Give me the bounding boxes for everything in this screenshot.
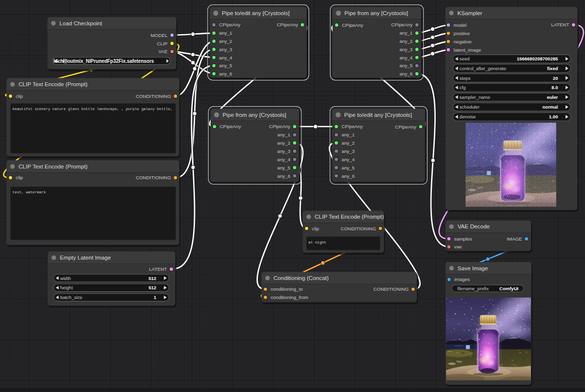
svg-text:latent_image: latent_image bbox=[454, 47, 482, 53]
svg-text:batch_size: batch_size bbox=[60, 295, 82, 300]
svg-text:sampler_name: sampler_name bbox=[460, 94, 490, 100]
svg-text:any_2: any_2 bbox=[399, 38, 412, 44]
svg-text:Pipe to/edit any [Crystools]: Pipe to/edit any [Crystools] bbox=[344, 112, 412, 118]
svg-text:LATENT: LATENT bbox=[551, 22, 569, 27]
svg-text:any_4: any_4 bbox=[277, 157, 291, 162]
svg-text:any_2: any_2 bbox=[342, 140, 355, 146]
svg-text:negative: negative bbox=[454, 39, 472, 44]
svg-text:model: model bbox=[454, 22, 467, 28]
svg-text:Empty Latent Image: Empty Latent Image bbox=[60, 254, 111, 261]
svg-text:any_4: any_4 bbox=[342, 157, 355, 162]
svg-text:fixed: fixed bbox=[547, 66, 558, 71]
svg-text:Load Checkpoint: Load Checkpoint bbox=[59, 20, 102, 26]
svg-text:clip: clip bbox=[16, 93, 23, 99]
svg-text:CLIP Text Encode (Prompt): CLIP Text Encode (Prompt) bbox=[315, 213, 384, 220]
svg-text:CPipeAny: CPipeAny bbox=[342, 124, 363, 129]
svg-text:Pipe from any [Crystools]: Pipe from any [Crystools] bbox=[223, 112, 287, 118]
svg-text:Pipe to/edit any [Crystools]: Pipe to/edit any [Crystools] bbox=[222, 10, 290, 16]
svg-text:any_6: any_6 bbox=[277, 173, 291, 179]
svg-text:any_3: any_3 bbox=[399, 47, 412, 52]
svg-text:normal: normal bbox=[543, 104, 558, 110]
svg-text:denoise: denoise bbox=[460, 114, 476, 119]
svg-text:clip: clip bbox=[16, 175, 23, 180]
svg-text:CLIP: CLIP bbox=[157, 41, 168, 46]
svg-text:euler: euler bbox=[547, 94, 558, 100]
svg-text:conditioning_from: conditioning_from bbox=[271, 295, 308, 300]
svg-text:cfg: cfg bbox=[460, 85, 466, 90]
svg-text:8.0: 8.0 bbox=[551, 85, 558, 90]
svg-text:LATENT: LATENT bbox=[149, 266, 167, 272]
svg-text:Conditioning (Concat): Conditioning (Concat) bbox=[273, 275, 329, 281]
svg-text:CONDITIONING: CONDITIONING bbox=[341, 226, 376, 231]
svg-text:vae: vae bbox=[454, 244, 462, 249]
svg-text:any_5: any_5 bbox=[219, 63, 233, 68]
svg-text:positive: positive bbox=[454, 31, 470, 36]
svg-text:1: 1 bbox=[154, 295, 156, 300]
svg-text:images: images bbox=[454, 277, 470, 282]
svg-text:clip: clip bbox=[312, 226, 319, 231]
svg-text:height: height bbox=[60, 285, 73, 290]
svg-text:control_after_generate: control_after_generate bbox=[460, 66, 507, 71]
svg-text:CPipeAny: CPipeAny bbox=[277, 22, 298, 27]
svg-text:CONDITIONING: CONDITIONING bbox=[373, 286, 409, 292]
svg-text:CONDITIONING: CONDITIONING bbox=[136, 175, 171, 180]
svg-text:at night: at night bbox=[309, 241, 326, 244]
svg-text:ComfyUI: ComfyUI bbox=[499, 286, 518, 291]
svg-text:20: 20 bbox=[553, 75, 558, 81]
svg-text:any_2: any_2 bbox=[277, 140, 291, 146]
svg-text:width: width bbox=[59, 276, 71, 281]
svg-text:filename_prefix: filename_prefix bbox=[457, 286, 489, 291]
svg-text:steps: steps bbox=[460, 75, 471, 81]
svg-text:conditioning_to: conditioning_to bbox=[271, 286, 303, 292]
svg-text:512: 512 bbox=[149, 276, 156, 281]
svg-text:any_6: any_6 bbox=[342, 173, 355, 179]
svg-text:Save Image: Save Image bbox=[458, 265, 488, 271]
svg-text:Pipe from any [Crystools]: Pipe from any [Crystools] bbox=[345, 10, 409, 16]
svg-text:IMAGE: IMAGE bbox=[507, 236, 522, 242]
svg-text:any_1: any_1 bbox=[277, 132, 291, 137]
svg-text:1566680208700285: 1566680208700285 bbox=[517, 56, 558, 61]
svg-text:CLIP Text Encode (Prompt): CLIP Text Encode (Prompt) bbox=[19, 163, 88, 169]
svg-text:any_5: any_5 bbox=[277, 165, 291, 170]
svg-text:any_1: any_1 bbox=[219, 30, 233, 36]
svg-text:VAE Decode: VAE Decode bbox=[457, 223, 489, 229]
svg-text:CPipeAny: CPipeAny bbox=[269, 124, 291, 129]
svg-text:text, watermark: text, watermark bbox=[13, 190, 46, 194]
svg-text:seed: seed bbox=[460, 56, 470, 61]
svg-text:CPipeAny: CPipeAny bbox=[342, 22, 363, 28]
svg-text:MODEL: MODEL bbox=[151, 33, 168, 38]
svg-text:scheduler: scheduler bbox=[460, 104, 480, 110]
svg-text:any_6: any_6 bbox=[219, 71, 233, 76]
svg-text:KSampler: KSampler bbox=[457, 10, 482, 16]
svg-text:CLIP Text Encode (Prompt): CLIP Text Encode (Prompt) bbox=[19, 81, 88, 87]
svg-text:beautiful scenery nature glass: beautiful scenery nature glass bottle la… bbox=[13, 107, 173, 111]
svg-text:1.00: 1.00 bbox=[549, 114, 558, 119]
svg-text:any_3: any_3 bbox=[219, 47, 233, 52]
svg-text:any_5: any_5 bbox=[342, 165, 355, 170]
svg-text:CONDITIONING: CONDITIONING bbox=[136, 93, 171, 99]
svg-text:any_4: any_4 bbox=[219, 55, 233, 60]
svg-text:any_3: any_3 bbox=[277, 149, 291, 154]
svg-text:CPipeAny: CPipeAny bbox=[219, 22, 241, 27]
svg-text:any_3: any_3 bbox=[342, 149, 355, 154]
svg-text:any_1: any_1 bbox=[399, 30, 412, 36]
svg-text:any_6: any_6 bbox=[399, 71, 412, 76]
svg-text:any_1: any_1 bbox=[342, 132, 355, 137]
svg-text:any_2: any_2 bbox=[219, 38, 233, 44]
svg-text:any_5: any_5 bbox=[399, 63, 412, 68]
svg-text:any_4: any_4 bbox=[399, 55, 412, 60]
svg-text:samples: samples bbox=[454, 236, 472, 242]
svg-text:VAE: VAE bbox=[158, 49, 168, 54]
svg-text:512: 512 bbox=[149, 285, 156, 290]
svg-text:CPipeAny: CPipeAny bbox=[391, 22, 413, 27]
svg-text:ld̶ch̸il̲loutmix_NiPrunedFp32F: ld̶ch̸il̲loutmix_NiPrunedFp32Fix.safeten… bbox=[54, 58, 155, 64]
svg-text:CPipeAny: CPipeAny bbox=[395, 124, 416, 130]
svg-text:CPipeAny: CPipeAny bbox=[220, 124, 241, 129]
